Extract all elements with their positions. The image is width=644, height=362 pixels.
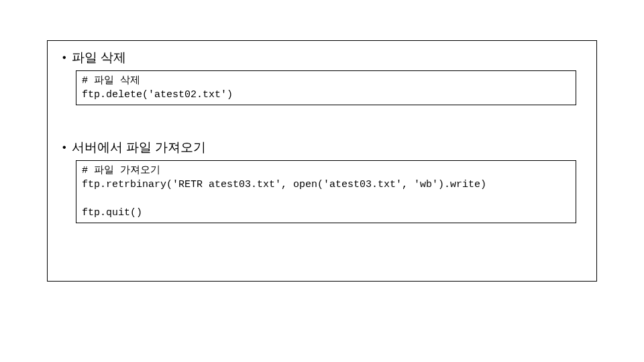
section-title: 파일 삭제 [72, 49, 126, 66]
code-block: # 파일 가져오기 ftp.retrbinary('RETR atest03.t… [76, 160, 576, 223]
bullet-item: • 파일 삭제 [61, 49, 583, 66]
section-title: 서버에서 파일 가져오기 [72, 139, 207, 156]
section-file-delete: • 파일 삭제 # 파일 삭제 ftp.delete('atest02.txt'… [61, 49, 583, 105]
code-block: # 파일 삭제 ftp.delete('atest02.txt') [76, 70, 576, 105]
bullet-icon: • [62, 139, 66, 156]
bullet-icon: • [62, 49, 66, 66]
bullet-item: • 서버에서 파일 가져오기 [61, 139, 583, 156]
content-container: • 파일 삭제 # 파일 삭제 ftp.delete('atest02.txt'… [47, 40, 597, 282]
section-file-retrieve: • 서버에서 파일 가져오기 # 파일 가져오기 ftp.retrbinary(… [61, 139, 583, 223]
